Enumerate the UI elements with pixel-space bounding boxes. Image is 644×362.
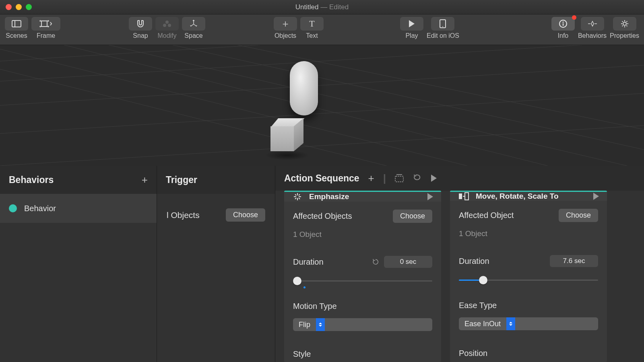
- document-edited-suffix: — Edited: [318, 3, 349, 11]
- trigger-affected-label: l Objects: [167, 210, 200, 220]
- svg-point-9: [562, 22, 564, 23]
- behaviors-button[interactable]: [581, 17, 604, 31]
- affected-count: 1 Object: [459, 229, 598, 238]
- main-toolbar: Scenes Frame Snap Modify Space: [0, 14, 644, 45]
- action-card-emphasize: Emphasize Affected Objects Choose 1 Obje…: [284, 191, 441, 362]
- 3d-viewport[interactable]: [0, 45, 644, 166]
- edit-ios-button[interactable]: [431, 17, 454, 31]
- frame-button[interactable]: [31, 17, 60, 31]
- plus-icon: +: [282, 18, 288, 30]
- window-title: Untitled — Edited: [0, 3, 644, 11]
- scenes-button[interactable]: [5, 17, 28, 31]
- select-arrows-icon: [506, 317, 515, 330]
- behaviors-panel: Behaviors + Behavior: [0, 166, 157, 362]
- snap-button[interactable]: [129, 17, 152, 31]
- loop-icon[interactable]: [413, 174, 422, 182]
- bottom-panels: Behaviors + Behavior Trigger l Objects C…: [0, 166, 644, 362]
- behaviors-label: Behaviors: [578, 32, 607, 39]
- frame-label: Frame: [37, 32, 55, 39]
- grid-background: [0, 45, 644, 166]
- preview-play-button[interactable]: [431, 175, 437, 182]
- svg-line-13: [0, 45, 644, 81]
- svg-line-17: [0, 45, 644, 166]
- modify-label: Modify: [157, 32, 176, 39]
- svg-rect-25: [459, 193, 462, 199]
- card-play-button[interactable]: [593, 193, 599, 200]
- trigger-panel: Trigger l Objects Choose: [157, 166, 275, 362]
- frame-icon: [39, 20, 53, 28]
- card-title: Move, Rotate, Scale To: [476, 192, 559, 201]
- svg-line-22: [0, 45, 483, 166]
- ease-type-select[interactable]: Ease InOut: [459, 317, 598, 330]
- svg-rect-10: [563, 23, 564, 26]
- card-title: Emphasize: [309, 192, 349, 201]
- space-icon: [189, 19, 198, 28]
- document-name: Untitled: [295, 3, 319, 11]
- info-label: Info: [558, 32, 569, 39]
- edit-ios-label: Edit on iOS: [427, 32, 459, 39]
- add-behavior-button[interactable]: +: [142, 174, 148, 186]
- trigger-choose-button[interactable]: Choose: [226, 208, 265, 222]
- motion-type-label: Motion Type: [293, 302, 432, 311]
- play-icon: [409, 20, 415, 27]
- add-action-button[interactable]: +: [368, 172, 374, 185]
- info-icon: [559, 19, 568, 28]
- duration-label: Duration: [459, 257, 489, 266]
- scenes-label: Scenes: [6, 32, 27, 39]
- behaviors-panel-header: Behaviors +: [0, 166, 157, 194]
- cube-object[interactable]: [270, 118, 305, 152]
- play-button[interactable]: [400, 17, 423, 31]
- svg-point-4: [168, 24, 171, 27]
- duration-value[interactable]: 7.6 sec: [550, 255, 598, 267]
- card-play-button[interactable]: [427, 193, 433, 200]
- properties-button[interactable]: [613, 17, 636, 31]
- svg-rect-0: [12, 21, 21, 27]
- duration-value[interactable]: 0 sec: [384, 256, 432, 268]
- duration-slider[interactable]: [293, 277, 432, 285]
- trigger-panel-header: Trigger: [157, 166, 275, 194]
- ease-type-value: Ease InOut: [459, 320, 506, 328]
- duration-slider[interactable]: [459, 276, 598, 284]
- select-arrows-icon: [316, 318, 325, 331]
- reset-icon[interactable]: [372, 258, 379, 265]
- behaviors-icon: [587, 20, 598, 28]
- behavior-item[interactable]: Behavior: [0, 194, 157, 223]
- transform-icon: [458, 192, 469, 201]
- group-icon[interactable]: [395, 174, 404, 182]
- style-label: Style: [293, 350, 432, 359]
- choose-affected-button[interactable]: Choose: [393, 210, 432, 223]
- action-sequence-header: Action Sequence + |: [275, 166, 644, 191]
- svg-rect-23: [395, 176, 403, 182]
- behavior-item-label: Behavior: [24, 204, 56, 213]
- objects-button[interactable]: +: [274, 17, 297, 31]
- ease-type-label: Ease Type: [459, 301, 598, 310]
- svg-point-11: [623, 22, 626, 25]
- objects-label: Objects: [275, 32, 296, 39]
- capsule-object[interactable]: [290, 61, 318, 115]
- behavior-color-dot: [9, 204, 17, 212]
- action-card-move-rotate-scale: Move, Rotate, Scale To Affected Object C…: [450, 191, 607, 362]
- action-sequence-panel: Action Sequence + | Emphasize: [275, 166, 644, 362]
- space-button[interactable]: [182, 17, 205, 31]
- phone-icon: [440, 19, 446, 28]
- choose-affected-button[interactable]: Choose: [559, 209, 598, 222]
- magnet-icon: [136, 19, 145, 28]
- text-label: Text: [306, 32, 318, 39]
- behaviors-title: Behaviors: [9, 175, 54, 185]
- svg-rect-26: [465, 193, 469, 200]
- affected-objects-label: Affected Objects: [293, 212, 352, 221]
- properties-label: Properties: [610, 32, 639, 39]
- affected-count: 1 Object: [293, 230, 432, 239]
- separator: |: [383, 172, 386, 185]
- text-button[interactable]: T: [300, 17, 324, 31]
- motion-type-select[interactable]: Flip: [293, 318, 432, 331]
- info-button[interactable]: [551, 17, 575, 31]
- modify-icon: [162, 20, 172, 28]
- info-badge: [572, 15, 576, 20]
- position-label: Position: [459, 349, 598, 358]
- affected-object-label: Affected Object: [459, 211, 514, 220]
- gear-icon: [620, 19, 629, 28]
- play-label: Play: [405, 32, 418, 39]
- motion-type-value: Flip: [293, 321, 316, 329]
- emphasize-icon: [292, 192, 303, 202]
